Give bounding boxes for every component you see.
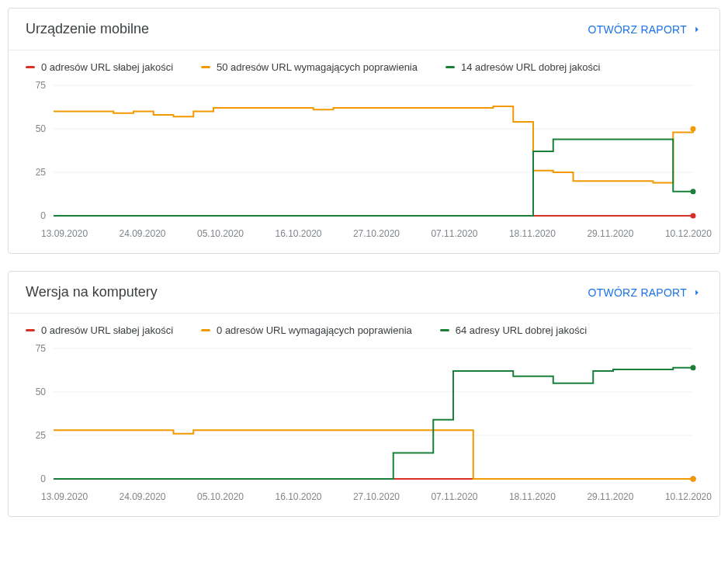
line-chart: 0255075 [26, 342, 701, 482]
card-title: Wersja na komputery [26, 284, 158, 300]
improve-swatch [201, 329, 210, 331]
legend-item: 0 adresów URL wymagających poprawienia [201, 324, 412, 336]
legend-label: 64 adresy URL dobrej jakości [456, 324, 587, 336]
report-card: Urządzenie mobilneOTWÓRZ RAPORT0 adresów… [8, 8, 720, 254]
y-tick-label: 0 [40, 210, 46, 219]
series-improve [54, 106, 693, 183]
good-swatch [440, 329, 449, 331]
x-tick-label: 05.10.2020 [197, 228, 244, 239]
x-tick-label: 16.10.2020 [275, 228, 321, 239]
chart-area: 0255075 [9, 339, 719, 490]
x-axis-labels: 13.09.202024.09.202005.10.202016.10.2020… [9, 490, 719, 516]
good-swatch [445, 66, 455, 68]
improve-swatch [201, 66, 210, 68]
poor-swatch [26, 66, 35, 68]
y-tick-label: 25 [36, 167, 47, 178]
chart-area: 0255075 [9, 76, 719, 227]
x-tick-label: 27.10.2020 [353, 491, 400, 502]
line-chart: 0255075 [26, 79, 701, 219]
y-tick-label: 75 [36, 343, 47, 354]
series-end-dot [691, 127, 696, 132]
poor-swatch [26, 329, 35, 331]
x-tick-label: 18.11.2020 [509, 491, 556, 502]
series-end-dot [691, 477, 696, 482]
y-tick-label: 50 [36, 387, 47, 397]
card-title: Urządzenie mobilne [26, 21, 149, 37]
x-tick-label: 29.11.2020 [587, 228, 633, 239]
x-tick-label: 24.09.2020 [119, 491, 165, 502]
x-tick-label: 24.09.2020 [119, 228, 165, 239]
card-header: Urządzenie mobilneOTWÓRZ RAPORT [9, 9, 719, 50]
legend-label: 0 adresów URL słabej jakości [41, 324, 173, 336]
x-axis-labels: 13.09.202024.09.202005.10.202016.10.2020… [9, 227, 719, 253]
series-improve [54, 430, 693, 479]
chevron-right-icon [692, 24, 702, 35]
series-end-dot [691, 365, 696, 370]
series-good [54, 368, 693, 479]
x-tick-label: 07.11.2020 [431, 228, 477, 239]
y-tick-label: 25 [36, 430, 47, 441]
x-tick-label: 13.09.2020 [41, 491, 88, 502]
legend-item: 0 adresów URL słabej jakości [26, 324, 173, 336]
x-tick-label: 16.10.2020 [275, 491, 321, 502]
x-tick-label: 07.11.2020 [431, 491, 477, 502]
x-tick-label: 10.12.2020 [665, 228, 712, 239]
legend: 0 adresów URL słabej jakości50 adresów U… [9, 50, 719, 76]
open-report-label: OTWÓRZ RAPORT [588, 23, 687, 36]
open-report-link[interactable]: OTWÓRZ RAPORT [588, 23, 702, 36]
x-tick-label: 29.11.2020 [587, 491, 633, 502]
y-tick-label: 0 [40, 473, 46, 482]
series-good [54, 139, 693, 216]
x-tick-label: 13.09.2020 [41, 228, 88, 239]
y-tick-label: 75 [36, 80, 47, 91]
card-header: Wersja na komputeryOTWÓRZ RAPORT [9, 272, 719, 314]
legend-item: 64 adresy URL dobrej jakości [440, 324, 587, 336]
x-tick-label: 18.11.2020 [509, 228, 556, 239]
legend: 0 adresów URL słabej jakości0 adresów UR… [9, 314, 719, 339]
series-end-dot [691, 189, 696, 194]
x-tick-label: 05.10.2020 [197, 491, 244, 502]
legend-label: 0 adresów URL wymagających poprawienia [217, 324, 412, 336]
legend-item: 14 adresów URL dobrej jakości [445, 61, 600, 73]
x-tick-label: 27.10.2020 [353, 228, 400, 239]
y-tick-label: 50 [36, 123, 47, 134]
legend-label: 50 adresów URL wymagających poprawienia [217, 61, 418, 73]
open-report-label: OTWÓRZ RAPORT [588, 286, 687, 299]
chevron-right-icon [692, 287, 702, 298]
series-end-dot [691, 213, 696, 219]
x-tick-label: 10.12.2020 [665, 491, 712, 502]
legend-label: 0 adresów URL słabej jakości [41, 61, 173, 73]
open-report-link[interactable]: OTWÓRZ RAPORT [588, 286, 702, 299]
report-card: Wersja na komputeryOTWÓRZ RAPORT0 adresó… [8, 271, 720, 517]
legend-label: 14 adresów URL dobrej jakości [461, 61, 600, 73]
legend-item: 0 adresów URL słabej jakości [26, 61, 173, 73]
legend-item: 50 adresów URL wymagających poprawienia [201, 61, 418, 73]
